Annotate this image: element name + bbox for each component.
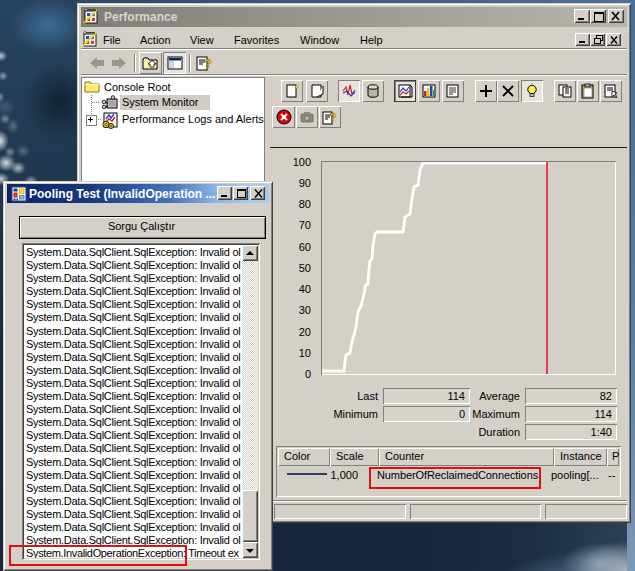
svg-text:?: ? — [204, 56, 212, 71]
svg-text:?: ? — [329, 111, 336, 125]
